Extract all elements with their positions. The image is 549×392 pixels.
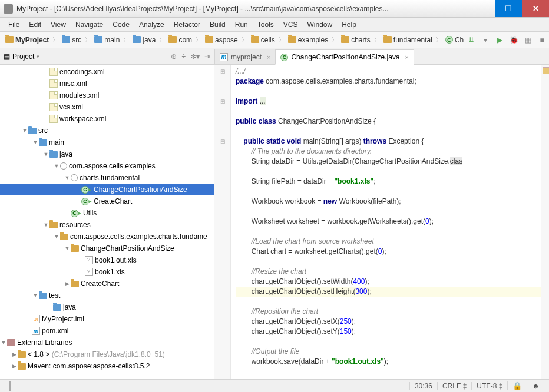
file-icon [85,268,93,276]
menu-bar: File Edit View Navigate Code Analyze Ref… [0,18,549,32]
maximize-button[interactable]: ☐ [495,0,522,17]
folder-icon [28,128,37,134]
scroll-from-source-icon[interactable]: ⊕ [171,52,177,61]
expand-arrow[interactable]: ▼ [32,139,39,145]
expand-arrow[interactable]: ▼ [21,128,28,134]
folder-icon [71,281,79,287]
library-icon [7,339,15,346]
menu-file[interactable]: File [4,19,24,31]
project-view-selector[interactable]: ▤ Project ▾ [4,52,171,61]
run-config-dropdown[interactable]: ▾ [481,35,490,45]
menu-refactor[interactable]: Refactor [169,19,205,31]
app-icon [4,4,13,14]
folder-icon [341,36,349,43]
editor-area: mmyproject× CChangeChartPositionAndSize.… [214,48,549,379]
line-separator[interactable]: CRLF ‡ [437,382,471,390]
close-icon[interactable]: × [405,54,409,61]
folder-icon [94,36,102,43]
menu-vcs[interactable]: VCS [279,19,303,31]
crumb-class[interactable]: CCh [444,35,465,45]
code-editor[interactable]: /.../ package com.aspose.cells.examples.… [231,65,549,379]
menu-navigate[interactable]: Navigate [71,19,108,31]
expand-arrow[interactable]: ▶ [64,281,71,287]
crumb-java[interactable]: java [131,35,157,45]
close-button[interactable]: ✕ [522,0,549,17]
crumb-cells[interactable]: cells [249,35,277,45]
folder-icon [383,36,392,43]
crumb-fundamental[interactable]: fundamental [382,35,434,45]
folder-icon [60,234,68,240]
chevron-right-icon: 〉 [196,36,201,44]
chevron-right-icon: 〉 [242,36,247,44]
maven-icon: m [220,53,228,61]
chevron-right-icon: 〉 [436,36,442,44]
chevron-right-icon: 〉 [52,36,58,44]
menu-view[interactable]: View [46,19,71,31]
crumb-com[interactable]: com [167,35,194,45]
crumb-project[interactable]: MyProject [4,35,51,45]
crumb-src[interactable]: src [60,35,83,45]
folder-icon [205,36,213,43]
fold-icon[interactable]: ⊞ [214,97,230,107]
tab-myproject[interactable]: mmyproject× [214,49,276,64]
cursor-position[interactable]: 30:36 [409,382,437,390]
hide-icon[interactable]: ⇥ [204,52,210,61]
expand-arrow[interactable]: ▼ [64,175,71,181]
menu-run[interactable]: Run [230,19,253,31]
run-icon[interactable]: ▶ [495,35,504,45]
debug-icon[interactable]: 🐞 [509,35,518,45]
settings-icon[interactable]: ✻▾ [190,52,200,61]
expand-arrow[interactable]: ▼ [32,293,39,298]
chevron-down-icon: ▾ [37,54,39,59]
menu-code[interactable]: Code [108,19,134,31]
menu-build[interactable]: Build [205,19,230,31]
tab-changechart[interactable]: CChangeChartPositionAndSize.java× [275,49,414,65]
stop-icon[interactable]: ■ [537,35,547,45]
titlebar: MyProject - [C:\Users\Adeel Ilyas\IdeaPr… [0,0,549,18]
class-icon: C [445,36,453,44]
project-tree[interactable]: encodings.xml misc.xml modules.xml vcs.x… [0,65,214,379]
expand-arrow[interactable]: ▼ [53,163,60,169]
crumb-examples[interactable]: examples [286,35,330,45]
crumb-main[interactable]: main [92,35,121,45]
error-stripe[interactable] [541,65,549,379]
gutter[interactable]: ⊞ ⊞ ⊟ [214,65,231,379]
expand-arrow[interactable]: ▼ [64,245,71,251]
expand-arrow[interactable]: ▶ [11,363,18,369]
close-icon[interactable]: × [267,54,270,61]
menu-help[interactable]: Help [337,19,361,31]
file-encoding[interactable]: UTF-8 ‡ [471,382,507,390]
hector-icon[interactable]: ☻ [527,382,544,390]
chevron-right-icon: 〉 [159,36,165,44]
expand-arrow[interactable]: ▼ [42,151,49,157]
expand-arrow[interactable]: ▼ [53,234,60,240]
project-icon: ▤ [4,52,10,61]
status-bar: 30:36 CRLF ‡ UTF-8 ‡ 🔒 ☻ [0,379,549,392]
menu-window[interactable]: Window [302,19,337,31]
xml-icon [49,91,58,99]
expand-arrow[interactable]: ▼ [0,340,7,346]
chevron-right-icon: 〉 [332,36,338,44]
fold-icon[interactable]: ⊟ [214,137,230,147]
collapse-all-icon[interactable]: ÷ [181,52,186,61]
minimize-button[interactable]: — [468,0,495,17]
expand-arrow[interactable]: ▼ [42,222,49,228]
status-indicator-icon[interactable] [9,381,11,391]
fold-icon[interactable]: ⊞ [214,67,230,77]
menu-edit[interactable]: Edit [24,19,46,31]
package-icon [71,174,78,181]
folder-icon [39,293,47,299]
folder-icon [62,36,70,43]
class-icon: C [81,198,89,205]
folder-icon [5,36,14,43]
make-icon[interactable]: ⇊ [467,35,476,45]
coverage-icon[interactable]: ▦ [523,35,533,45]
lock-icon[interactable]: 🔒 [507,381,527,390]
xml-icon [49,103,58,111]
expand-arrow[interactable]: ▶ [11,351,18,357]
menu-tools[interactable]: Tools [253,19,279,31]
folder-icon [133,36,141,43]
crumb-aspose[interactable]: aspose [203,35,240,45]
crumb-charts[interactable]: charts [339,35,372,45]
menu-analyze[interactable]: Analyze [134,19,169,31]
